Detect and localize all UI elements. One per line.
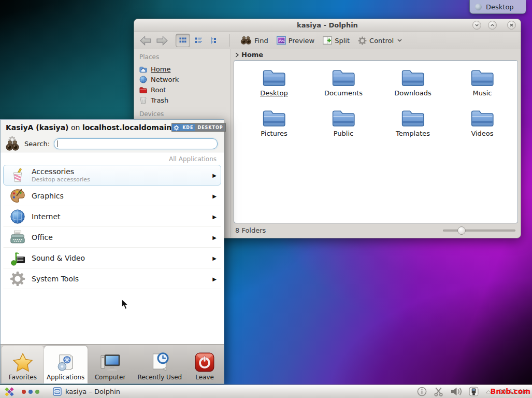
folder-icon — [262, 68, 286, 88]
minimize-button[interactable] — [472, 21, 481, 30]
pager-dot-blue[interactable] — [28, 390, 33, 394]
desktop: Desktop kasiya - Dolphin — [0, 0, 532, 398]
slider-handle[interactable] — [457, 226, 466, 235]
icons-view-button[interactable] — [176, 34, 190, 47]
tree-view-button[interactable] — [207, 34, 221, 47]
split-button[interactable]: Split — [321, 35, 352, 46]
chevron-up-icon — [490, 23, 495, 27]
watermark-text: Bnxb.com — [490, 387, 530, 395]
taskbar-task-dolphin[interactable]: kasiya – Dolphin — [50, 386, 123, 397]
place-home[interactable]: Home — [139, 64, 231, 74]
status-text: 8 Folders — [235, 226, 266, 234]
place-root[interactable]: Root — [139, 84, 231, 95]
details-view-button[interactable] — [191, 34, 206, 47]
notifications-info-icon[interactable] — [417, 387, 427, 396]
category-label: Internet — [32, 212, 61, 221]
folder-icon — [401, 68, 425, 88]
search-input[interactable] — [54, 138, 218, 149]
activity-pager — [22, 390, 39, 394]
folder-label: Templates — [396, 130, 430, 137]
folder-label: Music — [473, 89, 492, 97]
folder-view[interactable]: Desktop Documents Downloads Music Pictur… — [234, 60, 518, 223]
folder-item[interactable]: Videos — [448, 107, 517, 148]
search-icon — [5, 136, 20, 151]
find-button[interactable]: Find — [238, 35, 270, 46]
folder-icon — [332, 108, 355, 128]
folder-icon — [262, 108, 286, 128]
chevron-down-icon — [397, 39, 402, 42]
folder-label: Documents — [324, 89, 363, 97]
category-internet[interactable]: Internet ▶ — [3, 206, 221, 227]
pager-dot-green[interactable] — [35, 390, 39, 394]
control-button[interactable]: Control — [356, 35, 404, 46]
launcher-header: KasiyA (kasiya) on localhost.localdomain… — [1, 120, 224, 135]
dolphin-toolbar: Find Preview Split Control — [134, 32, 521, 49]
folder-icon — [470, 68, 494, 88]
slider-track[interactable] — [443, 230, 515, 232]
place-label: Root — [151, 86, 166, 94]
place-label: Home — [151, 65, 170, 73]
find-label: Find — [254, 37, 268, 45]
tab-leave[interactable]: Leave — [186, 346, 223, 383]
preview-icon — [277, 36, 286, 45]
preview-button[interactable]: Preview — [275, 35, 317, 46]
user-conj: on — [69, 123, 82, 132]
category-sound-video[interactable]: Sound & Video ▶ — [3, 248, 221, 268]
badge-kde-label: KDE — [180, 124, 195, 131]
dolphin-titlebar[interactable]: kasiya - Dolphin — [134, 19, 521, 32]
volume-icon[interactable] — [450, 387, 462, 396]
folder-label: Pictures — [261, 130, 287, 137]
red-folder-icon — [139, 86, 147, 94]
host-name: localhost.localdomain — [82, 123, 171, 132]
folder-item[interactable]: Music — [448, 67, 517, 107]
launcher-tab-strip: Favorites Applications Computer Recently… — [1, 344, 224, 383]
folder-label: Downloads — [394, 89, 431, 97]
computer-monitor-icon — [100, 352, 120, 372]
desktop-folder-widget[interactable]: Desktop — [469, 0, 526, 14]
dolphin-task-icon — [53, 387, 62, 396]
tab-recently-used[interactable]: Recently Used — [133, 346, 186, 383]
window-title: kasiya - Dolphin — [297, 21, 358, 29]
category-graphics[interactable]: Graphics ▶ — [3, 186, 221, 206]
icons-view-icon — [179, 36, 187, 45]
category-system-tools[interactable]: System Tools ▶ — [3, 268, 221, 289]
back-button[interactable] — [139, 36, 152, 46]
clipboard-scissors-icon[interactable] — [434, 387, 443, 396]
binoculars-icon — [240, 36, 252, 45]
folder-item[interactable]: Pictures — [239, 107, 309, 148]
close-button[interactable] — [507, 21, 516, 30]
place-network[interactable]: Network — [139, 74, 231, 84]
folder-icon — [470, 108, 494, 128]
kde-desktop-badge: KDE DESKTOP — [171, 123, 226, 132]
folder-label: Desktop — [260, 89, 288, 97]
badge-desktop-label: DESKTOP — [195, 124, 225, 131]
folder-item[interactable]: Downloads — [378, 67, 448, 107]
typewriter-icon — [10, 230, 25, 245]
submenu-arrow-icon: ▶ — [212, 255, 217, 261]
submenu-arrow-icon: ▶ — [212, 276, 217, 282]
device-notifier-icon[interactable] — [469, 387, 479, 396]
folder-item[interactable]: Templates — [378, 107, 448, 148]
zoom-slider[interactable] — [443, 226, 515, 235]
folder-label: Videos — [471, 130, 493, 137]
preview-label: Preview — [289, 37, 315, 45]
folder-item[interactable]: Documents — [309, 67, 378, 107]
breadcrumb-arrow-icon — [235, 52, 239, 58]
app-menu-icon[interactable] — [4, 387, 15, 397]
maximize-button[interactable] — [488, 21, 497, 30]
breadcrumb[interactable]: Home — [231, 49, 521, 60]
category-office[interactable]: Office ▶ — [3, 227, 221, 248]
tab-favorites[interactable]: Favorites — [2, 346, 44, 383]
folder-item[interactable]: Public — [309, 107, 378, 148]
breadcrumb-home[interactable]: Home — [241, 51, 263, 59]
category-accessories[interactable]: AccessoriesDesktop accessories ▶ — [3, 165, 221, 186]
tab-label: Recently Used — [137, 374, 182, 381]
folder-item[interactable]: Desktop — [239, 67, 309, 107]
split-icon — [323, 36, 332, 45]
music-note-icon — [10, 250, 25, 266]
forward-button[interactable] — [156, 36, 168, 46]
place-trash[interactable]: Trash — [139, 95, 231, 105]
tab-applications[interactable]: Applications — [44, 346, 88, 383]
pager-dot-red[interactable] — [22, 390, 26, 394]
tab-computer[interactable]: Computer — [88, 346, 133, 383]
